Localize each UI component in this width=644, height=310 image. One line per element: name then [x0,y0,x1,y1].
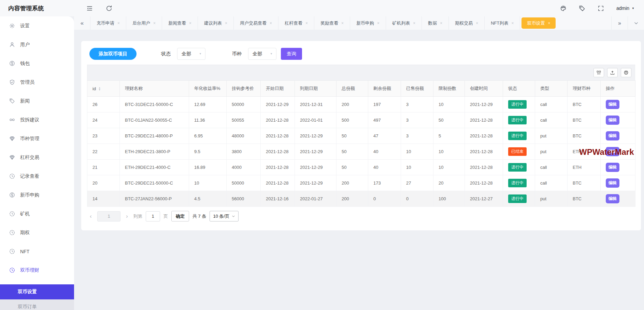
current-page[interactable]: 1 [97,211,120,221]
cell-name: BTC-29DEC21-48000-P [120,128,189,144]
tab-close-icon[interactable]: × [511,21,514,26]
gem-icon [9,136,15,141]
tab-close-icon[interactable]: × [225,21,227,26]
collapse-sidebar-icon[interactable] [86,5,93,12]
cell-id: 24 [87,112,120,128]
sidebar-item[interactable]: 设置 [0,16,74,35]
sort-control[interactable]: ▲▼ [98,87,101,91]
toggle-columns-button[interactable] [593,68,604,77]
tab[interactable]: 矿机列表× [386,16,422,30]
refresh-icon[interactable] [106,5,112,12]
tab[interactable]: 杠杆查看× [278,16,314,30]
tab-label: 用户交易查看 [240,20,267,26]
tab[interactable]: 用户交易查看× [234,16,278,30]
next-page-button[interactable]: › [124,213,130,219]
tab[interactable]: 期权交易× [449,16,485,30]
sidebar-item[interactable]: 币种管理 [0,129,74,148]
edit-button[interactable]: 编辑 [606,131,619,140]
cell-total: 50 [337,144,368,160]
tab[interactable]: 双币设置× [521,17,556,29]
tab[interactable]: NFT列表× [485,16,520,30]
status-filter-select[interactable]: 全部 ▼ [177,48,205,60]
content-card: 添加双币项目 状态 全部 ▼ 币种 全部 ▼ 查询 [81,41,641,230]
table-row: 24BTC-01JAN22-50055-C11.36500552021-12-2… [87,112,635,128]
tab[interactable]: 数据× [422,16,449,30]
status-badge: 进行中 [508,132,527,140]
tab-close-icon[interactable]: × [270,21,272,26]
tab-close-icon[interactable]: × [440,21,442,26]
tab-close-icon[interactable]: × [153,21,156,26]
add-dual-currency-project-button[interactable]: 添加双币项目 [89,48,137,60]
theme-palette-icon[interactable] [560,5,567,12]
tab[interactable]: 充币申请× [90,16,126,30]
tab[interactable]: 新币申购× [350,16,386,30]
sidebar-item[interactable]: 期权 [0,223,74,242]
coin-filter-select[interactable]: 全部 ▼ [248,48,276,60]
sidebar-item[interactable]: 钱包 [0,54,74,73]
sidebar-item[interactable]: 用户 [0,35,74,54]
cell-name: ETH-29DEC21-3800-P [120,144,189,160]
cell-status: 已结束 [503,144,535,160]
tab-close-icon[interactable]: × [189,21,191,26]
page-size-select[interactable]: 10 条/页 [210,211,239,221]
cell-action: 编辑 [601,112,635,128]
sidebar-item[interactable]: 双币理财 [0,261,74,280]
sidebar-item[interactable]: 新闻 [0,92,74,110]
sidebar-subitem[interactable]: 双币订单 [0,299,74,310]
print-button[interactable] [621,68,631,77]
tabs-scroll-right-button[interactable]: » [611,16,628,30]
sidebar-item[interactable]: 记录查看 [0,167,74,186]
sidebar-item[interactable]: 管理员 [0,73,74,92]
cell-sold: 27 [401,175,433,191]
status-filter-value: 全部 [182,51,191,57]
table-toolbar [87,65,635,80]
sidebar-subitem[interactable]: 双币设置 [0,284,74,299]
sidebar-item[interactable]: 投拆建议 [0,110,74,129]
cell-rate: 6.95 [189,128,227,144]
search-button[interactable]: 查询 [281,48,302,60]
tab-close-icon[interactable]: × [117,21,120,26]
sidebar-item[interactable]: NFT [0,242,74,261]
sidebar-item[interactable]: 矿机 [0,204,74,223]
edit-button[interactable]: 编辑 [606,116,619,125]
column-header-label: 理财名称 [125,86,143,91]
cell-end: 2021-12-29 [295,160,337,175]
export-button[interactable] [607,68,618,77]
column-header: 开始日期 [261,81,295,97]
column-header: 创建时间 [465,81,503,97]
sidebar-subitem-label: 双币设置 [18,289,37,295]
tab-close-icon[interactable]: × [548,21,550,26]
confirm-page-button[interactable]: 确定 [171,211,189,221]
tab[interactable]: 建议列表× [198,16,234,30]
user-menu[interactable]: admin ▼ [616,5,634,11]
goto-page-input[interactable] [146,211,160,221]
tab[interactable]: 后台用户× [126,16,162,30]
tag-icon[interactable] [579,5,585,12]
sidebar-item[interactable]: 杠杆交易 [0,148,74,167]
tab-close-icon[interactable]: × [305,21,308,26]
tab[interactable]: 新闻查看× [162,16,198,30]
edit-button[interactable]: 编辑 [606,178,619,188]
sidebar-item[interactable]: 新币申购 [0,186,74,204]
edit-button[interactable]: 编辑 [606,163,619,172]
caret-down-icon: ▼ [199,52,202,55]
page-label: 页 [163,213,168,219]
edit-button[interactable]: 编辑 [606,100,619,109]
sidebar-item-label: 用户 [20,42,30,48]
tabs: 充币申请×后台用户×新闻查看×建议列表×用户交易查看×杠杆查看×奖励查看×新币申… [90,16,557,30]
prev-page-button[interactable]: ‹ [88,213,94,219]
tabs-collapse-button[interactable] [628,16,644,30]
tab-close-icon[interactable]: × [341,21,344,26]
tabs-scroll-left-button[interactable]: « [74,16,90,30]
table-row: 14BTC-27JAN22-56000-P4.5560002021-12-162… [87,191,635,207]
sidebar-submenu: 双币设置双币订单 [0,284,74,310]
cell-status: 进行中 [503,160,535,175]
dollar-circle-icon [9,60,15,66]
fullscreen-icon[interactable] [598,5,604,12]
tab-close-icon[interactable]: × [377,21,380,26]
tab[interactable]: 奖励查看× [314,16,350,30]
cell-start: 2021-12-16 [261,191,295,207]
tab-close-icon[interactable]: × [413,21,415,26]
edit-button[interactable]: 编辑 [606,194,619,203]
tab-close-icon[interactable]: × [476,21,478,26]
